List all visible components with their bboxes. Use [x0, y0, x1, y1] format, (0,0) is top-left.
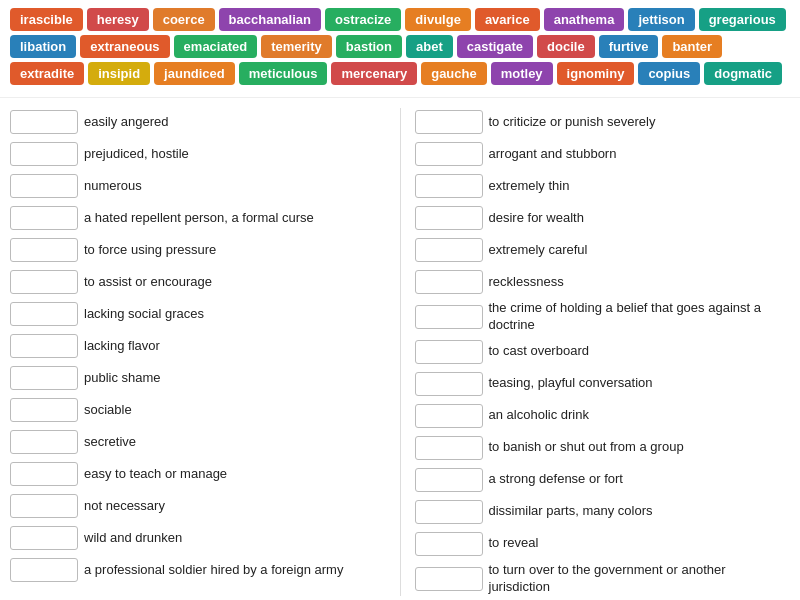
word-chip-bacchanalian[interactable]: bacchanalian [219, 8, 321, 31]
match-label-right-9: an alcoholic drink [489, 407, 589, 424]
word-chip-divulge[interactable]: divulge [405, 8, 471, 31]
word-chip-heresy[interactable]: heresy [87, 8, 149, 31]
word-chip-banter[interactable]: banter [662, 35, 722, 58]
word-chip-libation[interactable]: libation [10, 35, 76, 58]
word-chip-emaciated[interactable]: emaciated [174, 35, 258, 58]
match-label-right-1: arrogant and stubborn [489, 146, 617, 163]
word-chip-meticulous[interactable]: meticulous [239, 62, 328, 85]
match-input-right-11[interactable] [415, 468, 483, 492]
match-input-right-5[interactable] [415, 270, 483, 294]
match-label-left-9: sociable [84, 402, 132, 419]
word-chip-motley[interactable]: motley [491, 62, 553, 85]
match-label-right-3: desire for wealth [489, 210, 584, 227]
match-row-right-11: a strong defense or fort [415, 466, 791, 494]
match-row-left-5: to assist or encourage [10, 268, 386, 296]
word-bank-row-3: extraditeinsipidjaundicedmeticulousmerce… [10, 62, 790, 85]
word-chip-coerce[interactable]: coerce [153, 8, 215, 31]
match-label-right-11: a strong defense or fort [489, 471, 623, 488]
match-label-right-10: to banish or shut out from a group [489, 439, 684, 456]
match-row-left-4: to force using pressure [10, 236, 386, 264]
match-input-right-14[interactable] [415, 567, 483, 591]
match-input-right-0[interactable] [415, 110, 483, 134]
match-row-left-9: sociable [10, 396, 386, 424]
match-input-left-0[interactable] [10, 110, 78, 134]
word-chip-furtive[interactable]: furtive [599, 35, 659, 58]
word-chip-anathema[interactable]: anathema [544, 8, 625, 31]
match-label-right-7: to cast overboard [489, 343, 589, 360]
match-input-right-8[interactable] [415, 372, 483, 396]
match-row-right-10: to banish or shut out from a group [415, 434, 791, 462]
word-chip-dogmatic[interactable]: dogmatic [704, 62, 782, 85]
word-chip-extraneous[interactable]: extraneous [80, 35, 169, 58]
word-chip-copius[interactable]: copius [638, 62, 700, 85]
word-chip-jettison[interactable]: jettison [628, 8, 694, 31]
match-input-right-9[interactable] [415, 404, 483, 428]
match-input-right-3[interactable] [415, 206, 483, 230]
match-row-left-11: easy to teach or manage [10, 460, 386, 488]
word-chip-ostracize[interactable]: ostracize [325, 8, 401, 31]
match-label-right-0: to criticize or punish severely [489, 114, 656, 131]
match-input-right-13[interactable] [415, 532, 483, 556]
match-label-right-2: extremely thin [489, 178, 570, 195]
match-row-left-1: prejudiced, hostile [10, 140, 386, 168]
match-input-left-9[interactable] [10, 398, 78, 422]
match-row-left-6: lacking social graces [10, 300, 386, 328]
word-chip-avarice[interactable]: avarice [475, 8, 540, 31]
match-input-right-6[interactable] [415, 305, 483, 329]
match-row-right-0: to criticize or punish severely [415, 108, 791, 136]
match-label-left-5: to assist or encourage [84, 274, 212, 291]
word-chip-gauche[interactable]: gauche [421, 62, 487, 85]
match-row-left-7: lacking flavor [10, 332, 386, 360]
match-row-left-0: easily angered [10, 108, 386, 136]
word-chip-abet[interactable]: abet [406, 35, 453, 58]
left-column: easily angeredprejudiced, hostilenumerou… [10, 108, 386, 596]
match-row-left-14: a professional soldier hired by a foreig… [10, 556, 386, 584]
match-row-left-12: not necessary [10, 492, 386, 520]
match-input-left-8[interactable] [10, 366, 78, 390]
match-label-right-6: the crime of holding a belief that goes … [489, 300, 791, 334]
match-input-right-2[interactable] [415, 174, 483, 198]
word-chip-jaundiced[interactable]: jaundiced [154, 62, 235, 85]
match-input-right-7[interactable] [415, 340, 483, 364]
match-input-left-5[interactable] [10, 270, 78, 294]
match-input-left-2[interactable] [10, 174, 78, 198]
match-row-right-4: extremely careful [415, 236, 791, 264]
match-row-right-8: teasing, playful conversation [415, 370, 791, 398]
word-chip-mercenary[interactable]: mercenary [331, 62, 417, 85]
match-input-left-1[interactable] [10, 142, 78, 166]
matching-area: easily angeredprejudiced, hostilenumerou… [0, 98, 800, 600]
match-input-left-6[interactable] [10, 302, 78, 326]
match-row-right-1: arrogant and stubborn [415, 140, 791, 168]
word-chip-irascible[interactable]: irascible [10, 8, 83, 31]
match-input-left-11[interactable] [10, 462, 78, 486]
match-input-right-1[interactable] [415, 142, 483, 166]
match-input-left-4[interactable] [10, 238, 78, 262]
word-chip-insipid[interactable]: insipid [88, 62, 150, 85]
match-label-left-14: a professional soldier hired by a foreig… [84, 562, 343, 579]
word-chip-gregarious[interactable]: gregarious [699, 8, 786, 31]
word-bank: irascibleheresycoercebacchanalianostraci… [0, 0, 800, 98]
match-input-right-4[interactable] [415, 238, 483, 262]
word-chip-docile[interactable]: docile [537, 35, 595, 58]
word-chip-temerity[interactable]: temerity [261, 35, 332, 58]
word-chip-extradite[interactable]: extradite [10, 62, 84, 85]
match-input-left-14[interactable] [10, 558, 78, 582]
word-bank-row-1: irascibleheresycoercebacchanalianostraci… [10, 8, 790, 31]
word-chip-castigate[interactable]: castigate [457, 35, 533, 58]
match-input-left-3[interactable] [10, 206, 78, 230]
match-row-right-14: to turn over to the government or anothe… [415, 562, 791, 596]
match-row-right-12: dissimilar parts, many colors [415, 498, 791, 526]
match-input-left-12[interactable] [10, 494, 78, 518]
word-chip-bastion[interactable]: bastion [336, 35, 402, 58]
match-row-left-10: secretive [10, 428, 386, 456]
match-input-right-10[interactable] [415, 436, 483, 460]
word-chip-ignominy[interactable]: ignominy [557, 62, 635, 85]
match-row-left-3: a hated repellent person, a formal curse [10, 204, 386, 232]
match-label-left-6: lacking social graces [84, 306, 204, 323]
match-input-left-10[interactable] [10, 430, 78, 454]
match-input-left-7[interactable] [10, 334, 78, 358]
match-row-left-2: numerous [10, 172, 386, 200]
match-label-left-4: to force using pressure [84, 242, 216, 259]
match-input-left-13[interactable] [10, 526, 78, 550]
match-input-right-12[interactable] [415, 500, 483, 524]
